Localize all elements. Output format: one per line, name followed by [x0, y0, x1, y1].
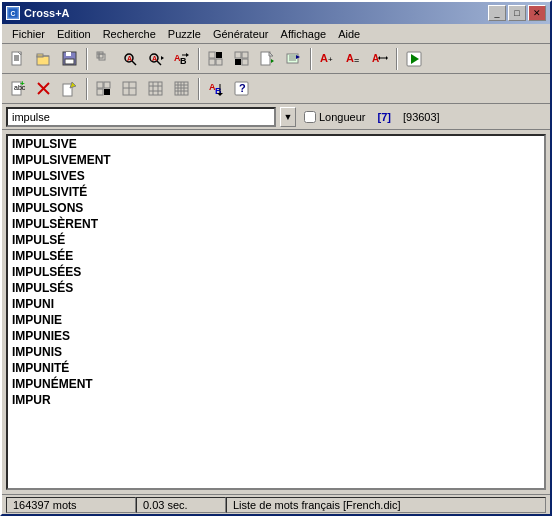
svg-line-17	[132, 61, 136, 65]
svg-marker-50	[386, 56, 388, 60]
letter-tool-1[interactable]: A+	[316, 47, 340, 71]
word-item[interactable]: IMPUNÉMENT	[8, 376, 544, 392]
svg-rect-11	[65, 59, 74, 64]
svg-text:A: A	[127, 55, 132, 62]
grid-view-2[interactable]	[118, 77, 142, 101]
svg-text:A: A	[346, 52, 354, 64]
title-bar: C Cross+A _ □ ✕	[2, 2, 550, 24]
svg-rect-63	[104, 82, 110, 88]
word-item[interactable]: IMPULSÉES	[8, 264, 544, 280]
word-item[interactable]: IMPUNIES	[8, 328, 544, 344]
svg-rect-32	[242, 52, 248, 58]
word-item[interactable]: IMPUNIS	[8, 344, 544, 360]
sort-button[interactable]: AB	[204, 77, 228, 101]
sep2-2	[198, 78, 200, 100]
svg-rect-30	[216, 59, 222, 65]
minimize-button[interactable]: _	[488, 5, 506, 21]
status-bar: 164397 mots 0.03 sec. Liste de mots fran…	[2, 494, 550, 514]
word-item[interactable]: IMPUR	[8, 392, 544, 408]
search-input[interactable]	[6, 107, 276, 127]
toolbar-1: A A AB A+ A=	[2, 44, 550, 74]
word-item[interactable]: IMPULSIVITÉ	[8, 184, 544, 200]
title-bar-left: C Cross+A	[6, 6, 70, 20]
word-item[interactable]: IMPULSIVEMENT	[8, 152, 544, 168]
word-item[interactable]: IMPULSÈRENT	[8, 216, 544, 232]
new-word-button[interactable]: abc+	[6, 77, 30, 101]
svg-rect-28	[216, 52, 222, 58]
svg-line-20	[157, 61, 161, 65]
close-button[interactable]: ✕	[528, 5, 546, 21]
import-button[interactable]	[256, 47, 280, 71]
svg-marker-22	[161, 56, 164, 60]
menu-affichage[interactable]: Affichage	[275, 26, 333, 42]
help-button[interactable]: ?	[230, 77, 254, 101]
svg-text:=: =	[354, 55, 359, 65]
word-item[interactable]: IMPULSÉE	[8, 248, 544, 264]
word-list[interactable]: IMPULSIVEIMPULSIVEMENTIMPULSIVESIMPULSIV…	[6, 134, 546, 490]
svg-rect-27	[209, 52, 215, 58]
svg-rect-12	[97, 52, 103, 58]
app-icon: C	[6, 6, 20, 20]
grid-tool-2[interactable]	[230, 47, 254, 71]
search-dropdown-button[interactable]: ▼	[280, 107, 296, 127]
menu-fichier[interactable]: Fichier	[6, 26, 51, 42]
menu-recherche[interactable]: Recherche	[97, 26, 162, 42]
svg-text:+: +	[328, 55, 333, 64]
time-segment: 0.03 sec.	[136, 497, 226, 513]
main-area: IMPULSIVEIMPULSIVEMENTIMPULSIVESIMPULSIV…	[2, 130, 550, 494]
svg-rect-64	[97, 89, 103, 95]
copy-grid-button[interactable]	[92, 47, 116, 71]
word-item[interactable]: IMPULSÉS	[8, 280, 544, 296]
svg-marker-26	[186, 53, 189, 57]
open-button[interactable]	[32, 47, 56, 71]
menu-generateur[interactable]: Générateur	[207, 26, 275, 42]
sep-1	[86, 48, 88, 70]
svg-text:B: B	[180, 56, 187, 66]
search-bar: ▼ Longueur [7] [93603]	[2, 104, 550, 130]
total-count: [93603]	[403, 111, 440, 123]
menu-puzzle[interactable]: Puzzle	[162, 26, 207, 42]
word-item[interactable]: IMPUNIE	[8, 312, 544, 328]
word-item[interactable]: IMPUNITÉ	[8, 360, 544, 376]
new-button[interactable]	[6, 47, 30, 71]
sep2-1	[86, 78, 88, 100]
maximize-button[interactable]: □	[508, 5, 526, 21]
menu-edition[interactable]: Edition	[51, 26, 97, 42]
run-button[interactable]	[402, 47, 426, 71]
svg-text:+: +	[20, 81, 25, 88]
svg-text:A: A	[372, 53, 379, 64]
sep-4	[396, 48, 398, 70]
save-button[interactable]	[58, 47, 82, 71]
svg-marker-38	[271, 59, 274, 63]
word-count-segment: 164397 mots	[6, 497, 136, 513]
word-item[interactable]: IMPULSIVES	[8, 168, 544, 184]
sep-2	[198, 48, 200, 70]
svg-rect-29	[209, 59, 215, 65]
longueur-check-group: Longueur	[304, 111, 366, 123]
anagram-button[interactable]: AB	[170, 47, 194, 71]
svg-text:A: A	[320, 52, 328, 64]
svg-text:A: A	[152, 55, 157, 62]
menu-aide[interactable]: Aide	[332, 26, 366, 42]
word-item[interactable]: IMPUNI	[8, 296, 544, 312]
grid-tool-1[interactable]	[204, 47, 228, 71]
find-next-button[interactable]: A	[144, 47, 168, 71]
edit-button[interactable]	[58, 77, 82, 101]
longueur-checkbox[interactable]	[304, 111, 316, 123]
svg-text:?: ?	[239, 82, 246, 94]
grid-view-1[interactable]	[92, 77, 116, 101]
letter-tool-2[interactable]: A=	[342, 47, 366, 71]
grid-view-4[interactable]	[170, 77, 194, 101]
svg-rect-34	[242, 59, 248, 65]
toolbar-2: abc+ AB ?	[2, 74, 550, 104]
svg-rect-13	[99, 54, 105, 60]
letter-tool-3[interactable]: A	[368, 47, 392, 71]
find-button[interactable]: A	[118, 47, 142, 71]
grid-view-3[interactable]	[144, 77, 168, 101]
main-window: C Cross+A _ □ ✕ Fichier Edition Recherch…	[0, 0, 552, 516]
export-button[interactable]	[282, 47, 306, 71]
word-item[interactable]: IMPULSIVE	[8, 136, 544, 152]
word-item[interactable]: IMPULSONS	[8, 200, 544, 216]
delete-button[interactable]	[32, 77, 56, 101]
word-item[interactable]: IMPULSÉ	[8, 232, 544, 248]
